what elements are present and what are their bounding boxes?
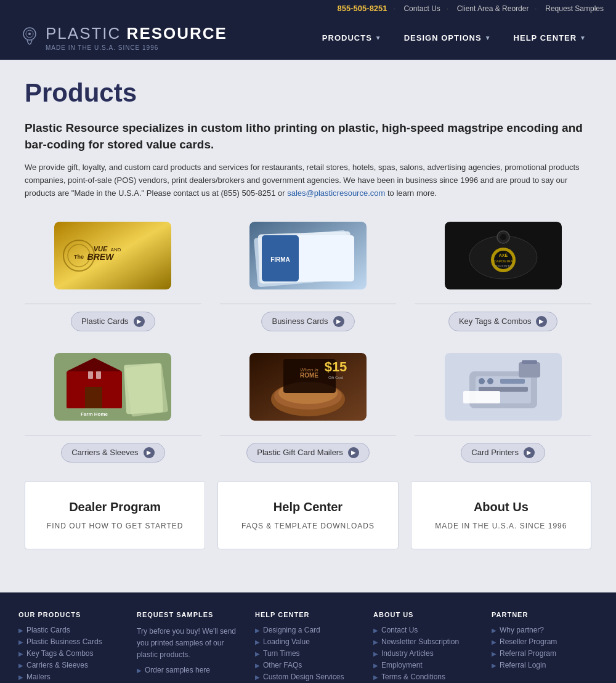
top-bar: 855-505-8251 · Contact Us · Client Area …	[0, 0, 616, 17]
footer-link-carriers[interactable]: ▶Carriers & Sleeves	[18, 661, 124, 669]
dealer-program-sub: FIND OUT HOW TO GET STARTED	[38, 522, 192, 530]
arrow-icon: ▶	[492, 650, 496, 657]
svg-rect-47	[522, 360, 537, 364]
svg-text:BREW: BREW	[87, 252, 115, 262]
footer-partner-title: PARTNER	[492, 611, 598, 618]
key-tags-button[interactable]: Key Tags & Combos ▶	[448, 312, 558, 331]
help-center-box[interactable]: Help Center FAQS & TEMPLATE DOWNLOADS	[217, 481, 398, 549]
product-cell-carriers: Farm Home Carriers & Sleeves ▶	[25, 350, 201, 463]
arrow-icon: ▶	[492, 662, 496, 669]
footer-link-reseller[interactable]: ▶Reseller Program	[492, 637, 598, 646]
footer: OUR PRODUCTS ▶Plastic Cards ▶Plastic Bus…	[0, 592, 616, 683]
nav-products[interactable]: PRODUCTS ▼	[311, 28, 393, 47]
footer-link-turn-times[interactable]: ▶Turn Times	[255, 649, 361, 658]
footer-link-plastic-cards[interactable]: ▶Plastic Cards	[18, 626, 124, 634]
dealer-program-box[interactable]: Dealer Program FIND OUT HOW TO GET START…	[25, 481, 205, 549]
about-us-sub: MADE IN THE U.S.A. SINCE 1996	[424, 522, 578, 530]
nav-design-options[interactable]: DESIGN OPTIONS ▼	[393, 28, 503, 47]
footer-samples-title: REQUEST SAMPLES	[137, 611, 243, 618]
intro-body: We provide gift, loyalty, and custom car…	[25, 161, 591, 200]
svg-point-19	[500, 234, 506, 240]
product-cell-plastic-cards: The VUE AND BREW Plastic Cards ▶	[25, 219, 201, 331]
request-samples-link[interactable]: Request Samples	[545, 4, 604, 13]
footer-link-key-tags[interactable]: ▶Key Tags & Combos	[18, 649, 124, 658]
arrow-right-icon: ▶	[333, 316, 344, 327]
footer-link-why-partner[interactable]: ▶Why partner?	[492, 626, 598, 634]
footer-link-contact[interactable]: ▶Contact Us	[373, 626, 479, 634]
svg-rect-30	[96, 371, 101, 379]
arrow-icon: ▶	[255, 627, 260, 634]
client-area-link[interactable]: Client Area & Reorder	[457, 4, 529, 13]
arrow-icon: ▶	[18, 650, 23, 657]
footer-about-title: ABOUT US	[373, 611, 479, 618]
footer-products-title: OUR PRODUCTS	[18, 611, 124, 618]
footer-help-title: HELP CENTER	[255, 611, 361, 618]
logo[interactable]: PLASTIC RESOURCE MADE IN THE U.S.A. SINC…	[18, 24, 227, 51]
product-cell-key-tags: AXÉ CAPOEIRA TORONTO Key Tags & Combos ▶	[415, 219, 591, 331]
svg-rect-29	[88, 371, 93, 379]
carriers-button[interactable]: Carriers & Sleeves ▶	[61, 443, 164, 463]
page-title: Products	[25, 78, 591, 108]
chevron-down-icon: ▼	[485, 34, 492, 41]
gift-mailers-image: When in ROME $15 Gift Card	[249, 353, 367, 421]
logo-brand: PLASTIC	[46, 24, 121, 42]
main-nav: PRODUCTS ▼ DESIGN OPTIONS ▼ HELP CENTER …	[311, 28, 598, 47]
logo-name: RESOURCE	[127, 24, 227, 42]
footer-samples-body: Try before you buy! We'll send you print…	[137, 626, 243, 661]
footer-col-about: ABOUT US ▶Contact Us ▶Newsletter Subscri…	[373, 611, 479, 683]
footer-link-plastic-biz[interactable]: ▶Plastic Business Cards	[18, 637, 124, 646]
product-cell-business-cards: FIRMA Business Cards ▶	[220, 219, 397, 331]
nav-help-center[interactable]: HELP CENTER ▼	[503, 28, 598, 47]
svg-text:The: The	[74, 254, 84, 260]
svg-text:FIRMA: FIRMA	[270, 256, 290, 263]
contact-us-link[interactable]: Contact Us	[403, 4, 440, 13]
svg-point-50	[487, 378, 493, 384]
svg-text:Farm Home: Farm Home	[81, 411, 108, 417]
svg-rect-51	[500, 379, 525, 384]
plastic-cards-button[interactable]: Plastic Cards ▶	[71, 312, 155, 331]
footer-columns: OUR PRODUCTS ▶Plastic Cards ▶Plastic Bus…	[18, 611, 598, 683]
footer-link-newsletter[interactable]: ▶Newsletter Subscription	[373, 637, 479, 646]
card-printers-button[interactable]: Card Printers ▶	[461, 443, 545, 463]
mailers-button[interactable]: Plastic Gift Card Mailers ▶	[246, 443, 369, 463]
svg-text:$15: $15	[325, 359, 347, 374]
footer-link-faqs[interactable]: ▶Other FAQs	[255, 661, 361, 669]
logo-icon	[18, 26, 41, 49]
svg-rect-46	[519, 362, 540, 378]
footer-col-products: OUR PRODUCTS ▶Plastic Cards ▶Plastic Bus…	[18, 611, 124, 683]
card-printers-image	[445, 353, 562, 421]
arrow-icon: ▶	[373, 662, 378, 669]
phone-number[interactable]: 855-505-8251	[338, 4, 387, 13]
footer-link-referral-login[interactable]: ▶Referral Login	[492, 661, 598, 669]
business-cards-button[interactable]: Business Cards ▶	[261, 312, 354, 331]
footer-link-employment[interactable]: ▶Employment	[373, 661, 479, 669]
product-grid: The VUE AND BREW Plastic Cards ▶	[25, 219, 591, 463]
footer-link-order-samples[interactable]: ▶Order samples here	[137, 666, 243, 674]
intro-headline: Plastic Resource specializes in custom l…	[25, 120, 591, 153]
key-tags-image: AXÉ CAPOEIRA TORONTO	[445, 222, 562, 289]
chevron-down-icon: ▼	[580, 34, 586, 41]
arrow-icon: ▶	[492, 639, 496, 645]
footer-link-designing[interactable]: ▶Designing a Card	[255, 626, 361, 634]
footer-link-loading[interactable]: ▶Loading Value	[255, 637, 361, 646]
email-link[interactable]: sales@plasticresource.com	[287, 188, 385, 198]
carriers-image: Farm Home	[54, 353, 171, 421]
logo-sub: MADE IN THE U.S.A. SINCE 1996	[46, 44, 227, 51]
arrow-icon: ▶	[18, 674, 23, 681]
about-us-box[interactable]: About Us MADE IN THE U.S.A. SINCE 1996	[411, 481, 591, 549]
footer-link-custom-design[interactable]: ▶Custom Design Services	[255, 673, 361, 681]
arrow-icon: ▶	[18, 627, 23, 634]
svg-rect-48	[479, 387, 528, 392]
product-cell-mailers: When in ROME $15 Gift Card Plastic Gift …	[220, 350, 397, 463]
footer-link-mailers[interactable]: ▶Mailers	[18, 673, 124, 681]
footer-link-terms[interactable]: ▶Terms & Conditions	[373, 673, 479, 681]
footer-link-referral-program[interactable]: ▶Referral Program	[492, 649, 598, 658]
product-cell-printers: Card Printers ▶	[415, 350, 591, 463]
arrow-icon: ▶	[373, 650, 378, 657]
footer-link-articles[interactable]: ▶Industry Articles	[373, 649, 479, 658]
svg-rect-52	[463, 391, 500, 403]
arrow-icon: ▶	[373, 639, 378, 645]
dealer-program-title: Dealer Program	[38, 500, 192, 514]
footer-col-samples: REQUEST SAMPLES Try before you buy! We'l…	[137, 611, 243, 683]
main-content: Products Plastic Resource specializes in…	[0, 60, 616, 592]
